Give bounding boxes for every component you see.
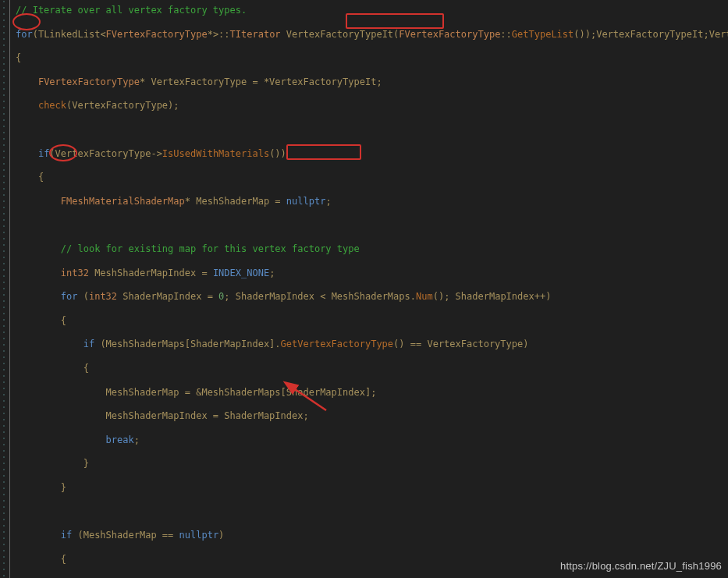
- watermark-text: https://blog.csdn.net/ZJU_fish1996: [560, 560, 722, 572]
- code-block: // Iterate over all vertex factory types…: [0, 0, 728, 578]
- line-gutter: [0, 0, 10, 578]
- comment: // Iterate over all vertex factory types…: [16, 5, 247, 16]
- kw-for: for: [16, 29, 33, 40]
- kw-for-inner: for: [61, 291, 78, 302]
